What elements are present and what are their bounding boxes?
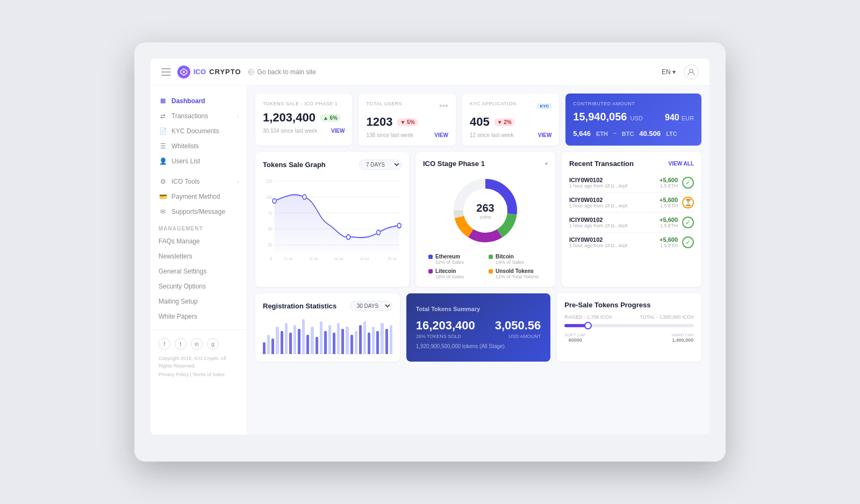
message-icon: ✉ bbox=[159, 208, 167, 215]
bar-item bbox=[363, 321, 366, 354]
tx-status-icon-1: ✓ bbox=[682, 177, 694, 189]
management-section-label: MANAGEMENT bbox=[150, 219, 247, 234]
tokens-sale-view[interactable]: VIEW bbox=[331, 128, 345, 134]
linkedin-icon[interactable]: in bbox=[191, 338, 203, 350]
sidebar-item-dashboard[interactable]: ⊞ Dashboard bbox=[150, 93, 247, 109]
logo-icon bbox=[177, 66, 190, 78]
sidebar-item-mailing[interactable]: Mailing Setup bbox=[150, 294, 247, 309]
bar-item bbox=[316, 337, 318, 355]
bar-item bbox=[302, 319, 305, 354]
unsold-dot bbox=[489, 269, 493, 273]
svg-text:05 Jul: 05 Jul bbox=[388, 256, 397, 261]
sidebar-item-faqs[interactable]: FAQs Manage bbox=[150, 234, 247, 249]
hamburger-button[interactable] bbox=[161, 68, 171, 76]
transaction-list: ICIY0W0102 1 hour ago from 1F1t...4xjX +… bbox=[569, 173, 694, 252]
ico-stage-header: ICO Stage Phase 1 ▾ bbox=[423, 160, 548, 168]
user-icon: 👤 bbox=[159, 157, 167, 165]
bar-item bbox=[381, 323, 383, 354]
total-users-card: TOTAL USERS ••• 1203 ▼ 5% 138 since last… bbox=[359, 93, 455, 146]
reg-stats-title: Registration Statistics bbox=[263, 302, 336, 310]
tokens-sale-badge: ▲ 6% bbox=[320, 114, 341, 122]
legend-bitcoin: Bitcoin 14% of Sales bbox=[489, 254, 542, 265]
tx-info-2: ICIY0W0102 1 hour ago from 1F1t...4xjX bbox=[569, 197, 655, 208]
bar-item bbox=[267, 335, 270, 354]
sidebar-item-newsletters[interactable]: Newsletters bbox=[150, 249, 247, 264]
litecoin-dot bbox=[428, 269, 433, 273]
bar-item bbox=[390, 325, 392, 354]
twitter-icon[interactable]: t bbox=[175, 338, 187, 350]
svg-point-23 bbox=[377, 230, 381, 235]
chevron-down-icon[interactable]: ▾ bbox=[545, 161, 548, 167]
github-icon[interactable]: g bbox=[207, 338, 219, 350]
bar-item bbox=[355, 331, 357, 354]
sidebar-item-payment[interactable]: 💳 Payment Method bbox=[150, 189, 247, 204]
sidebar-item-whitelists[interactable]: ☰ Whitelists bbox=[150, 139, 247, 154]
svg-text:0: 0 bbox=[270, 256, 272, 261]
bar-item bbox=[311, 327, 313, 354]
svg-point-24 bbox=[397, 224, 401, 228]
sidebar-item-whitepapers[interactable]: White Papers bbox=[150, 309, 247, 324]
tx-info-3: ICIY0W0102 1 hour ago from 1F1t...4xjX bbox=[569, 217, 655, 228]
header-left: ICO CRYPTO Go back to main site bbox=[161, 66, 316, 78]
kyc-view[interactable]: VIEW bbox=[538, 132, 552, 138]
file-icon: 📄 bbox=[159, 127, 167, 135]
reg-stats-header: Registration Statistics 30 DAYS 7 DAYS bbox=[263, 301, 392, 311]
ico-stage-title: ICO Stage Phase 1 bbox=[423, 160, 485, 168]
view-all-button[interactable]: VIEW ALL bbox=[669, 161, 694, 167]
more-options-icon[interactable]: ••• bbox=[439, 101, 448, 111]
tokens-sale-sub: 30,104 since last week VIEW bbox=[263, 128, 345, 134]
donut-center: 263 coins bbox=[476, 202, 494, 220]
sidebar-item-transactions[interactable]: ⇄ Transactions › bbox=[150, 109, 247, 124]
tx-status-icon-2: ⏳ bbox=[682, 197, 694, 208]
bar-item bbox=[337, 323, 340, 354]
sidebar-item-kyc[interactable]: 📄 KYC Documents bbox=[150, 124, 247, 139]
svg-text:03 Jul: 03 Jul bbox=[335, 256, 343, 261]
bar-item bbox=[285, 323, 288, 354]
facebook-icon[interactable]: f bbox=[159, 338, 170, 350]
tool-icon: ⚙ bbox=[159, 178, 167, 185]
bar-item bbox=[306, 335, 309, 354]
svg-text:01 Jul: 01 Jul bbox=[284, 256, 292, 261]
language-selector[interactable]: EN ▾ bbox=[662, 68, 676, 76]
period-select[interactable]: 7 DAYS 30 DAYS bbox=[359, 160, 402, 170]
bar-item bbox=[368, 333, 370, 354]
svg-text:75: 75 bbox=[268, 211, 273, 216]
kyc-label: KYC APPLICATION bbox=[470, 101, 517, 106]
progress-labels: SOFT CAP 60000 HARD CAP 1,400,000 bbox=[564, 333, 694, 343]
donut-legend: Ethereum 52% of Sales Bitcoin 14% of Sal… bbox=[423, 254, 548, 279]
back-to-site-link[interactable]: Go back to main site bbox=[248, 68, 316, 76]
reg-period-select[interactable]: 30 DAYS 7 DAYS bbox=[350, 301, 392, 311]
progress-thumb[interactable] bbox=[584, 322, 592, 329]
bar-item bbox=[376, 331, 379, 354]
logo-crypto: CRYPTO bbox=[209, 68, 241, 76]
svg-point-22 bbox=[347, 235, 350, 240]
contributed-label: CONTRIBUTED AMOUNT bbox=[573, 101, 694, 106]
tokens-graph-card: Tokens Sale Graph 7 DAYS 30 DAYS bbox=[255, 152, 409, 287]
tokens-graph-header: Tokens Sale Graph 7 DAYS 30 DAYS bbox=[263, 160, 402, 170]
presale-header: Pre-Sale Tokens Progress bbox=[564, 301, 694, 309]
logo-ico: ICO bbox=[194, 68, 206, 76]
transaction-item: ICIY0W0102 1 hour ago from 1F1t...4xjX +… bbox=[569, 193, 694, 213]
footer-links[interactable]: Privacy Policy | Terms of Sales bbox=[159, 371, 239, 379]
sidebar-item-security[interactable]: Security Options bbox=[150, 279, 247, 294]
tokens-graph-chart: 125 100 75 50 25 0 01 Jul 02 Jul 03 Jul bbox=[263, 175, 402, 261]
sidebar-item-ico-tools[interactable]: ⚙ ICO Tools › bbox=[150, 174, 247, 189]
bar-item bbox=[298, 329, 300, 354]
sidebar-item-users[interactable]: 👤 Users List bbox=[150, 154, 247, 169]
bar-item bbox=[281, 331, 283, 354]
sidebar-item-supports[interactable]: ✉ Supports/Message bbox=[150, 204, 247, 219]
sidebar-item-general[interactable]: General Settings bbox=[150, 264, 247, 279]
user-avatar[interactable] bbox=[684, 64, 699, 80]
svg-point-20 bbox=[273, 199, 276, 204]
main-content: TOKENS SALE - ICO PHASE 1 1,203,400 ▲ 6%… bbox=[247, 85, 710, 435]
total-users-view[interactable]: VIEW bbox=[434, 132, 448, 138]
total-users-badge: ▼ 5% bbox=[397, 118, 418, 126]
copyright-text: Copyright 2018, ICO Crypto. All Rights R… bbox=[159, 355, 239, 370]
total-users-sub: 138 since last week VIEW bbox=[366, 132, 448, 138]
list-icon: ☰ bbox=[159, 142, 167, 150]
total-users-value: 1203 ▼ 5% bbox=[366, 115, 448, 129]
bar-item bbox=[333, 333, 335, 354]
transaction-item: ICIY0W0102 1 hour ago from 1F1t...4xjX +… bbox=[569, 173, 694, 193]
recent-transactions-title: Recent Transaction bbox=[569, 160, 634, 168]
tx-info-1: ICIY0W0102 1 hour ago from 1F1t...4xjX bbox=[569, 177, 655, 189]
